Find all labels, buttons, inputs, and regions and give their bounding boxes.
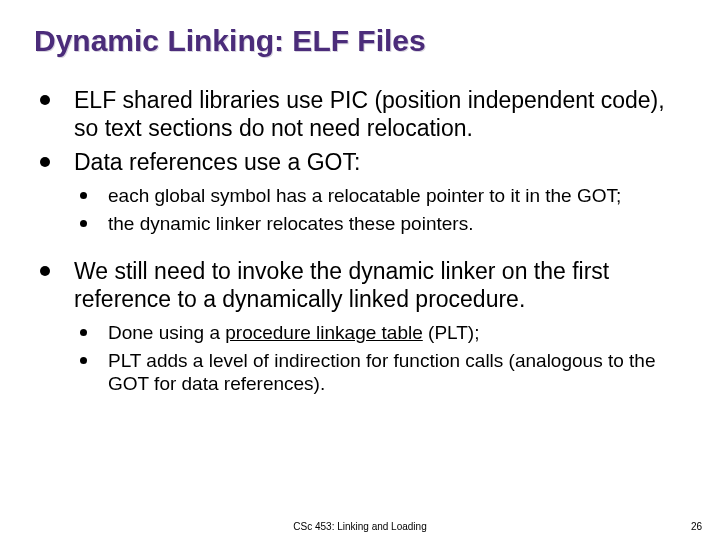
bullet-text: We still need to invoke the dynamic link… xyxy=(74,258,609,312)
sub-bullet-item: Done using a procedure linkage table (PL… xyxy=(74,321,686,345)
spacer xyxy=(34,241,686,257)
sub-bullet-text: the dynamic linker relocates these point… xyxy=(108,213,473,234)
footer-center: CSc 453: Linking and Loading xyxy=(0,521,720,532)
sub-bullet-text: each global symbol has a relocatable poi… xyxy=(108,185,621,206)
bullet-item: Data references use a GOT: each global s… xyxy=(34,148,686,235)
sub-bullet-text: Done using a xyxy=(108,322,225,343)
bullet-item: We still need to invoke the dynamic link… xyxy=(34,257,686,396)
page-number: 26 xyxy=(691,521,702,532)
underlined-text: procedure linkage table xyxy=(225,322,423,343)
bullet-list: We still need to invoke the dynamic link… xyxy=(34,257,686,396)
sub-bullet-item: PLT adds a level of indirection for func… xyxy=(74,349,686,396)
bullet-list: ELF shared libraries use PIC (position i… xyxy=(34,86,686,235)
sub-bullet-list: Done using a procedure linkage table (PL… xyxy=(74,321,686,396)
sub-bullet-item: each global symbol has a relocatable poi… xyxy=(74,184,686,208)
slide-title: Dynamic Linking: ELF Files xyxy=(34,24,686,58)
sub-bullet-text: (PLT); xyxy=(423,322,480,343)
sub-bullet-list: each global symbol has a relocatable poi… xyxy=(74,184,686,235)
slide: Dynamic Linking: ELF Files ELF shared li… xyxy=(0,0,720,540)
sub-bullet-item: the dynamic linker relocates these point… xyxy=(74,212,686,236)
bullet-item: ELF shared libraries use PIC (position i… xyxy=(34,86,686,142)
bullet-text: Data references use a GOT: xyxy=(74,149,360,175)
sub-bullet-text: PLT adds a level of indirection for func… xyxy=(108,350,655,395)
bullet-text: ELF shared libraries use PIC (position i… xyxy=(74,87,665,141)
